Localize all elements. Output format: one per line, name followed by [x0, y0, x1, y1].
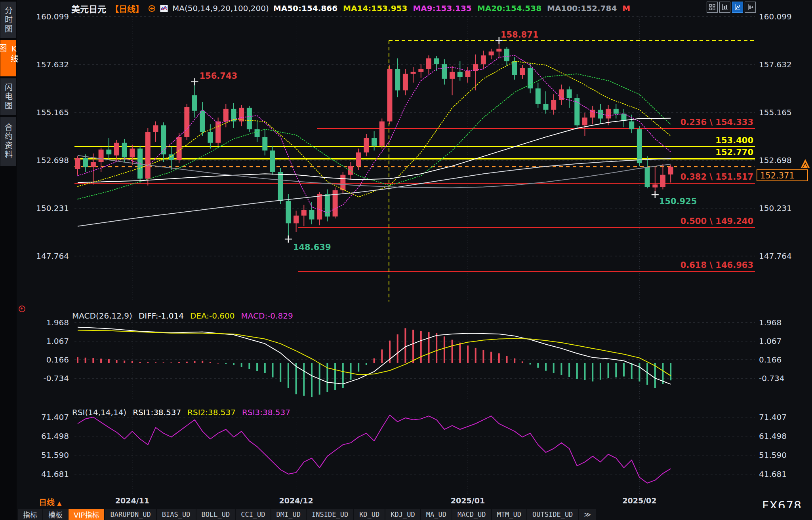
ma-value-label: MA20:154.538 — [477, 4, 541, 13]
indicator-tab-macd-ud[interactable]: MACD_UD — [452, 509, 491, 520]
indicator-tab-kd-ud[interactable]: KD_UD — [354, 509, 385, 520]
price-axis-label-right: 150.231 — [759, 204, 792, 213]
indicator-value-label: DEA:-0.600 — [190, 311, 235, 321]
macd-bar — [170, 362, 172, 363]
indicator-value-label: RSI1:38.537 — [133, 408, 181, 417]
indicator-tab--[interactable]: 指标 — [18, 509, 42, 520]
ma-value-label: MA9:153.135 — [413, 4, 471, 13]
sidebar-item-4[interactable]: 合约资料 — [0, 117, 16, 166]
candle-body — [426, 58, 431, 69]
chevron-up-icon: ▲ — [57, 500, 62, 507]
macd-bar — [139, 362, 141, 363]
mini-chart-icon[interactable] — [160, 5, 168, 12]
macd-bar — [147, 362, 149, 363]
chart-shift-icon[interactable] — [745, 2, 756, 13]
macd-bar — [163, 362, 164, 363]
macd-bar — [295, 363, 297, 394]
symbol-title: 美元日元 — [71, 2, 106, 15]
macd-axis-label-left: 0.166 — [17, 355, 69, 364]
indicator-tab-vip-[interactable]: VIP指标 — [69, 509, 104, 520]
sidebar-item-2[interactable]: K线图 — [0, 40, 16, 76]
macd-bar — [537, 363, 539, 368]
candle-body — [652, 184, 658, 187]
indicator-value-label: RSI3:38.537 — [242, 408, 290, 417]
indicator-tabbar: 指标模板VIP指标BARUPDN_UDBIAS_UDBOLL_UDCCI_UDD… — [18, 508, 812, 520]
candle-body — [153, 125, 158, 132]
indicator-tab-bias-ud[interactable]: BIAS_UD — [157, 509, 196, 520]
indicator-tab-inside-ud[interactable]: INSIDE_UD — [307, 509, 353, 520]
indicator-tab--[interactable]: 模板 — [43, 509, 68, 520]
candle-body — [434, 58, 439, 64]
macd-bar — [452, 340, 453, 364]
chart-header: 美元日元 【日线】 MA(50,14,9,20,100,200) MA50:15… — [71, 2, 630, 15]
macd-bar — [436, 333, 437, 363]
sidebar-item-3[interactable]: 闪电图 — [0, 78, 16, 115]
macd-bar — [225, 363, 227, 364]
macd-bar — [404, 328, 406, 363]
candle-body — [614, 109, 619, 114]
macd-bar — [155, 362, 156, 363]
candle-body — [200, 111, 205, 132]
macd-bar — [592, 363, 593, 381]
macd-axis-label-right: -0.734 — [759, 374, 784, 383]
candle-body — [184, 107, 189, 137]
layout-grid-icon[interactable] — [707, 2, 718, 13]
current-price-value: 152.371 — [760, 171, 795, 180]
swing-label: 150.925 — [659, 197, 697, 206]
indicator-tab-ma-ud[interactable]: MA_UD — [421, 509, 452, 520]
candle-body — [255, 129, 260, 137]
indicator-tab-cci-ud[interactable]: CCI_UD — [236, 509, 270, 520]
macd-bar — [553, 363, 555, 373]
macd-bar — [568, 363, 570, 377]
macd-diff-line — [78, 327, 671, 384]
candle-body — [122, 143, 127, 158]
ma-value-label: MA50:154.866 — [273, 4, 337, 13]
chart-axis-icon[interactable] — [719, 2, 730, 13]
macd-bar — [420, 331, 422, 363]
ma-value-label: MA100:152.784 — [547, 4, 617, 13]
macd-bar — [194, 361, 196, 363]
macd-bar — [108, 359, 110, 363]
indicator-tab--[interactable]: ≫ — [579, 509, 596, 520]
macd-bar — [654, 363, 656, 388]
candle-body — [317, 194, 322, 220]
chart-highlight-icon[interactable] — [732, 2, 743, 13]
level-label: 0.500 \ 149.240 — [680, 216, 753, 226]
candle-body — [262, 137, 267, 150]
candle-body — [536, 88, 541, 104]
date-axis-label: 2024/12 — [274, 496, 318, 505]
price-axis-label-left: 160.099 — [17, 12, 69, 21]
period-tag: 【日线】 — [111, 2, 144, 14]
sidebar-item-1[interactable]: 分时图 — [0, 2, 16, 38]
candle-body — [75, 158, 80, 169]
swing-label: 148.639 — [293, 243, 331, 252]
candle-body — [551, 100, 556, 110]
macd-axis-label-left: 1.067 — [17, 337, 69, 345]
swing-label: 158.871 — [501, 30, 539, 40]
macd-bar — [311, 363, 313, 397]
target-icon[interactable] — [19, 306, 25, 312]
indicator-tab-boll-ud[interactable]: BOLL_UD — [196, 509, 235, 520]
macd-header: MACD(26,12,9) DIFF:-1.014DEA:-0.600MACD:… — [72, 311, 293, 321]
candle-body — [364, 138, 369, 153]
indicator-tab-outside-ud[interactable]: OUTSIDE_UD — [527, 509, 578, 520]
ma-settings-label: MA(50,14,9,20,100,200) — [172, 4, 269, 13]
macd-bar — [412, 330, 414, 363]
indicator-tab-barupdn-ud[interactable]: BARUPDN_UD — [105, 509, 156, 520]
period-selector[interactable]: 日线▲ — [39, 496, 62, 508]
macd-bar — [358, 363, 359, 372]
circle-plus-icon[interactable] — [148, 5, 156, 12]
indicator-tab-kdj-ud[interactable]: KDJ_UD — [385, 509, 420, 520]
candle-body — [223, 109, 229, 121]
macd-bar — [366, 363, 367, 365]
indicator-tab-mtm-ud[interactable]: MTM_UD — [492, 509, 526, 520]
macd-bar — [374, 359, 375, 364]
candle-body — [668, 167, 673, 175]
rsi-values: RSI1:38.537RSI2:38.537RSI3:38.537 — [133, 408, 290, 417]
chart-canvas — [0, 0, 812, 520]
indicator-tab-dmi-ud[interactable]: DMI_UD — [271, 509, 306, 520]
macd-bar — [241, 363, 242, 367]
left-sidebar: 分时图K线图闪电图合约资料 — [0, 0, 17, 520]
macd-bar — [522, 361, 523, 363]
candle-body — [457, 72, 463, 77]
